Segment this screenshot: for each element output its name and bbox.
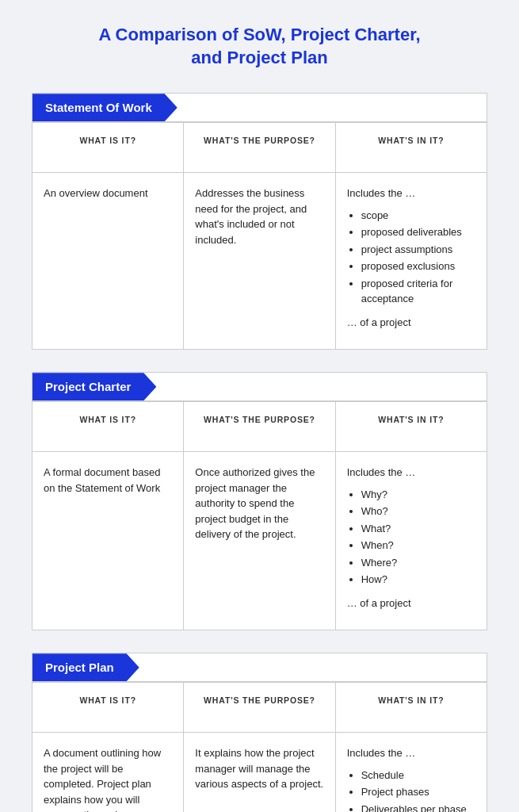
section-header-charter: Project Charter xyxy=(32,373,487,401)
section-header-plan: Project Plan xyxy=(32,653,487,682)
section-sow: Statement Of WorkWHAT IS IT?WHAT'S THE P… xyxy=(32,93,487,350)
col-header-sow-1: WHAT'S THE PURPOSE? xyxy=(184,123,335,172)
col-outro-charter-2: … of a project xyxy=(347,596,475,611)
list-item: proposed criteria for acceptance xyxy=(361,276,475,307)
list-item: Why? xyxy=(361,487,475,503)
col-list-sow-2: scopeproposed deliverablesproject assump… xyxy=(361,208,475,307)
list-item: When? xyxy=(361,538,475,553)
col-content-row-plan: A document outlining how the project wil… xyxy=(32,732,487,812)
col-intro-plan-2: Includes the … xyxy=(347,745,475,761)
col-content-charter-1: Once authorized gives the project manage… xyxy=(184,452,335,630)
col-text-charter-0: A formal document based on the Statement… xyxy=(44,465,172,496)
page-container: A Comparison of SoW, Project Charter, an… xyxy=(0,0,519,812)
col-header-label-sow-1: WHAT'S THE PURPOSE? xyxy=(195,136,323,148)
col-content-inner-sow-1: Addresses the business need for the proj… xyxy=(195,186,323,247)
col-header-label-sow-0: WHAT IS IT? xyxy=(44,136,172,148)
col-header-label-charter-0: WHAT IS IT? xyxy=(44,415,172,427)
col-intro-charter-2: Includes the … xyxy=(347,465,475,481)
header-tab-plan: Project Plan xyxy=(32,653,139,681)
col-header-row-charter: WHAT IS IT?WHAT'S THE PURPOSE?WHAT'S IN … xyxy=(32,401,487,451)
list-item: Project phases xyxy=(361,784,475,800)
col-outro-sow-2: … of a project xyxy=(347,315,475,331)
col-content-inner-plan-2: Includes the …ScheduleProject phasesDeli… xyxy=(347,745,475,812)
col-header-charter-2: WHAT'S IN IT? xyxy=(336,402,487,451)
col-header-label-plan-2: WHAT'S IN IT? xyxy=(347,695,475,708)
list-item: proposed deliverables xyxy=(361,224,475,240)
col-content-row-charter: A formal document based on the Statement… xyxy=(32,451,487,630)
list-item: What? xyxy=(361,521,475,537)
col-text-plan-0: A document outlining how the project wil… xyxy=(44,745,172,812)
col-header-plan-1: WHAT'S THE PURPOSE? xyxy=(184,683,335,732)
list-item: Schedule xyxy=(361,768,475,783)
section-charter: Project CharterWHAT IS IT?WHAT'S THE PUR… xyxy=(32,372,487,630)
col-content-charter-0: A formal document based on the Statement… xyxy=(32,452,184,630)
col-header-label-charter-2: WHAT'S IN IT? xyxy=(347,415,475,427)
list-item: How? xyxy=(361,572,475,588)
col-content-row-sow: An overview documentAddresses the busine… xyxy=(32,172,487,349)
col-header-label-plan-0: WHAT IS IT? xyxy=(44,695,172,708)
header-tab-sow: Statement Of Work xyxy=(32,94,177,121)
col-content-inner-plan-0: A document outlining how the project wil… xyxy=(44,745,172,812)
col-text-plan-1: It explains how the project manager will… xyxy=(195,745,323,792)
list-item: Who? xyxy=(361,504,475,519)
col-text-sow-1: Addresses the business need for the proj… xyxy=(195,186,323,247)
col-header-sow-2: WHAT'S IN IT? xyxy=(336,123,487,172)
col-header-charter-1: WHAT'S THE PURPOSE? xyxy=(184,402,335,451)
col-content-charter-2: Includes the …Why?Who?What?When?Where?Ho… xyxy=(336,452,487,630)
list-item: proposed exclusions xyxy=(361,259,475,274)
col-content-sow-1: Addresses the business need for the proj… xyxy=(184,173,335,349)
list-item: scope xyxy=(361,208,475,224)
col-header-label-plan-1: WHAT'S THE PURPOSE? xyxy=(195,695,323,708)
list-item: Where? xyxy=(361,555,475,571)
col-header-plan-2: WHAT'S IN IT? xyxy=(336,683,487,732)
header-tab-charter: Project Charter xyxy=(32,373,156,400)
list-item: Deliverables per phase xyxy=(361,802,475,812)
col-content-plan-2: Includes the …ScheduleProject phasesDeli… xyxy=(336,733,487,812)
col-text-sow-0: An overview document xyxy=(44,186,172,201)
col-content-inner-plan-1: It explains how the project manager will… xyxy=(195,745,323,792)
col-list-plan-2: ScheduleProject phasesDeliverables per p… xyxy=(361,768,475,812)
section-header-sow: Statement Of Work xyxy=(32,94,487,122)
col-content-sow-2: Includes the …scopeproposed deliverables… xyxy=(336,173,487,349)
col-header-label-charter-1: WHAT'S THE PURPOSE? xyxy=(195,415,323,427)
col-list-charter-2: Why?Who?What?When?Where?How? xyxy=(361,487,475,588)
col-header-plan-0: WHAT IS IT? xyxy=(32,683,184,732)
col-content-inner-charter-1: Once authorized gives the project manage… xyxy=(195,465,323,542)
col-header-row-plan: WHAT IS IT?WHAT'S THE PURPOSE?WHAT'S IN … xyxy=(32,682,487,732)
page-title: A Comparison of SoW, Project Charter, an… xyxy=(32,24,487,69)
col-content-inner-charter-0: A formal document based on the Statement… xyxy=(44,465,172,496)
col-content-plan-0: A document outlining how the project wil… xyxy=(32,733,184,812)
col-intro-sow-2: Includes the … xyxy=(347,186,475,201)
list-item: project assumptions xyxy=(361,242,475,258)
col-content-inner-charter-2: Includes the …Why?Who?What?When?Where?Ho… xyxy=(347,465,475,611)
col-content-plan-1: It explains how the project manager will… xyxy=(184,733,335,812)
col-header-row-sow: WHAT IS IT?WHAT'S THE PURPOSE?WHAT'S IN … xyxy=(32,122,487,172)
col-header-label-sow-2: WHAT'S IN IT? xyxy=(347,136,475,148)
col-text-charter-1: Once authorized gives the project manage… xyxy=(195,465,323,542)
col-header-charter-0: WHAT IS IT? xyxy=(32,402,184,451)
section-plan: Project PlanWHAT IS IT?WHAT'S THE PURPOS… xyxy=(32,653,487,812)
col-header-sow-0: WHAT IS IT? xyxy=(32,123,184,172)
col-content-inner-sow-2: Includes the …scopeproposed deliverables… xyxy=(347,186,475,330)
col-content-sow-0: An overview document xyxy=(32,173,184,349)
col-content-inner-sow-0: An overview document xyxy=(44,186,172,201)
